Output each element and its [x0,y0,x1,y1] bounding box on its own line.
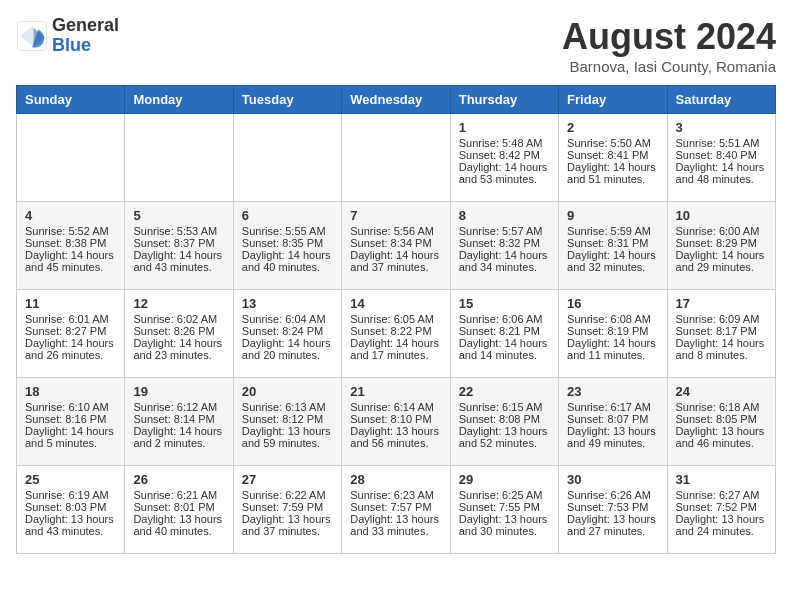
day-info-line-2: Daylight: 14 hours [459,249,550,261]
calendar-cell: 12Sunrise: 6:02 AMSunset: 8:26 PMDayligh… [125,290,233,378]
day-number: 3 [676,120,767,135]
day-number: 7 [350,208,441,223]
day-info-line-2: Daylight: 14 hours [567,161,658,173]
day-info-line-1: Sunset: 7:55 PM [459,501,550,513]
day-info-line-1: Sunset: 8:42 PM [459,149,550,161]
day-info-line-1: Sunset: 8:05 PM [676,413,767,425]
day-info-line-2: Daylight: 13 hours [567,513,658,525]
day-number: 6 [242,208,333,223]
day-info-line-0: Sunrise: 5:59 AM [567,225,658,237]
day-info-line-3: and 43 minutes. [25,525,116,537]
weekday-header-tuesday: Tuesday [233,86,341,114]
day-info-line-0: Sunrise: 5:57 AM [459,225,550,237]
day-info-line-0: Sunrise: 6:15 AM [459,401,550,413]
day-info-line-0: Sunrise: 5:55 AM [242,225,333,237]
day-info-line-3: and 23 minutes. [133,349,224,361]
day-info-line-3: and 53 minutes. [459,173,550,185]
day-info-line-2: Daylight: 13 hours [676,425,767,437]
day-info-line-3: and 37 minutes. [350,261,441,273]
day-info-line-0: Sunrise: 6:27 AM [676,489,767,501]
day-info-line-2: Daylight: 13 hours [242,425,333,437]
day-info-line-0: Sunrise: 6:21 AM [133,489,224,501]
day-info-line-1: Sunset: 8:31 PM [567,237,658,249]
day-info-line-1: Sunset: 8:37 PM [133,237,224,249]
day-number: 12 [133,296,224,311]
calendar-cell: 14Sunrise: 6:05 AMSunset: 8:22 PMDayligh… [342,290,450,378]
day-info-line-1: Sunset: 8:08 PM [459,413,550,425]
weekday-header-wednesday: Wednesday [342,86,450,114]
logo-blue-text: Blue [52,36,119,56]
day-info-line-2: Daylight: 14 hours [459,161,550,173]
calendar-cell: 18Sunrise: 6:10 AMSunset: 8:16 PMDayligh… [17,378,125,466]
day-info-line-0: Sunrise: 6:23 AM [350,489,441,501]
day-info-line-2: Daylight: 13 hours [25,513,116,525]
logo: General Blue [16,16,119,56]
day-info-line-2: Daylight: 14 hours [133,425,224,437]
day-info-line-2: Daylight: 14 hours [567,337,658,349]
day-info-line-0: Sunrise: 6:06 AM [459,313,550,325]
day-info-line-3: and 29 minutes. [676,261,767,273]
header: General Blue August 2024 Barnova, Iasi C… [16,16,776,75]
day-info-line-3: and 30 minutes. [459,525,550,537]
calendar-cell [125,114,233,202]
calendar-cell [233,114,341,202]
day-info-line-0: Sunrise: 6:00 AM [676,225,767,237]
calendar-cell: 11Sunrise: 6:01 AMSunset: 8:27 PMDayligh… [17,290,125,378]
day-info-line-3: and 40 minutes. [242,261,333,273]
day-info-line-0: Sunrise: 6:14 AM [350,401,441,413]
week-row-3: 11Sunrise: 6:01 AMSunset: 8:27 PMDayligh… [17,290,776,378]
day-info-line-3: and 8 minutes. [676,349,767,361]
day-number: 25 [25,472,116,487]
day-info-line-0: Sunrise: 5:50 AM [567,137,658,149]
calendar-cell: 27Sunrise: 6:22 AMSunset: 7:59 PMDayligh… [233,466,341,554]
day-number: 20 [242,384,333,399]
day-info-line-3: and 27 minutes. [567,525,658,537]
calendar-cell: 6Sunrise: 5:55 AMSunset: 8:35 PMDaylight… [233,202,341,290]
day-info-line-1: Sunset: 8:40 PM [676,149,767,161]
weekday-header-sunday: Sunday [17,86,125,114]
calendar-cell: 30Sunrise: 6:26 AMSunset: 7:53 PMDayligh… [559,466,667,554]
day-number: 28 [350,472,441,487]
day-info-line-2: Daylight: 14 hours [676,249,767,261]
calendar-cell: 16Sunrise: 6:08 AMSunset: 8:19 PMDayligh… [559,290,667,378]
day-info-line-3: and 51 minutes. [567,173,658,185]
day-number: 23 [567,384,658,399]
day-info-line-2: Daylight: 13 hours [567,425,658,437]
week-row-4: 18Sunrise: 6:10 AMSunset: 8:16 PMDayligh… [17,378,776,466]
day-info-line-0: Sunrise: 6:04 AM [242,313,333,325]
week-row-5: 25Sunrise: 6:19 AMSunset: 8:03 PMDayligh… [17,466,776,554]
calendar-cell: 29Sunrise: 6:25 AMSunset: 7:55 PMDayligh… [450,466,558,554]
day-info-line-1: Sunset: 7:52 PM [676,501,767,513]
day-info-line-0: Sunrise: 6:19 AM [25,489,116,501]
day-info-line-3: and 45 minutes. [25,261,116,273]
weekday-header-thursday: Thursday [450,86,558,114]
day-info-line-0: Sunrise: 5:52 AM [25,225,116,237]
day-info-line-3: and 33 minutes. [350,525,441,537]
day-info-line-0: Sunrise: 5:56 AM [350,225,441,237]
day-info-line-3: and 40 minutes. [133,525,224,537]
day-number: 26 [133,472,224,487]
day-info-line-3: and 5 minutes. [25,437,116,449]
day-info-line-1: Sunset: 8:38 PM [25,237,116,249]
calendar-cell: 15Sunrise: 6:06 AMSunset: 8:21 PMDayligh… [450,290,558,378]
day-number: 4 [25,208,116,223]
calendar-cell: 10Sunrise: 6:00 AMSunset: 8:29 PMDayligh… [667,202,775,290]
day-info-line-1: Sunset: 8:16 PM [25,413,116,425]
day-info-line-0: Sunrise: 6:02 AM [133,313,224,325]
day-info-line-1: Sunset: 8:24 PM [242,325,333,337]
day-info-line-2: Daylight: 14 hours [676,337,767,349]
day-number: 10 [676,208,767,223]
day-number: 1 [459,120,550,135]
calendar-cell: 20Sunrise: 6:13 AMSunset: 8:12 PMDayligh… [233,378,341,466]
day-info-line-2: Daylight: 13 hours [459,513,550,525]
weekday-header-row: SundayMondayTuesdayWednesdayThursdayFrid… [17,86,776,114]
calendar-cell: 23Sunrise: 6:17 AMSunset: 8:07 PMDayligh… [559,378,667,466]
day-info-line-2: Daylight: 14 hours [25,425,116,437]
day-info-line-3: and 43 minutes. [133,261,224,273]
calendar-cell: 19Sunrise: 6:12 AMSunset: 8:14 PMDayligh… [125,378,233,466]
title-area: August 2024 Barnova, Iasi County, Romani… [562,16,776,75]
day-info-line-0: Sunrise: 6:13 AM [242,401,333,413]
calendar-cell: 9Sunrise: 5:59 AMSunset: 8:31 PMDaylight… [559,202,667,290]
day-info-line-3: and 52 minutes. [459,437,550,449]
day-info-line-3: and 26 minutes. [25,349,116,361]
